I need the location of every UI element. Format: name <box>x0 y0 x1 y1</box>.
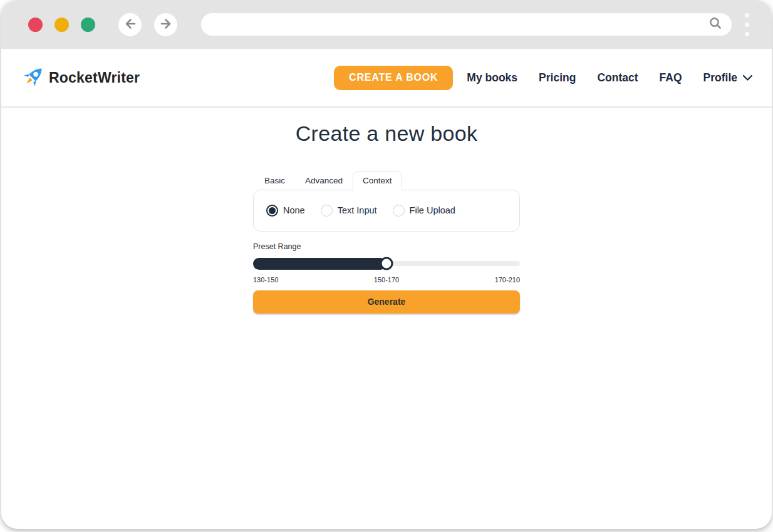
traffic-lights <box>28 18 95 32</box>
tab-advanced[interactable]: Advanced <box>295 171 353 190</box>
forward-button[interactable] <box>154 13 177 36</box>
profile-label: Profile <box>703 71 737 84</box>
radio-none-control[interactable] <box>266 205 278 217</box>
nav-item-faq[interactable]: FAQ <box>660 71 682 84</box>
radio-option-file-upload[interactable]: File Upload <box>393 205 455 217</box>
url-bar[interactable] <box>201 13 732 36</box>
browser-window: RocketWriter CREATE A BOOK My books Pric… <box>1 0 772 529</box>
chevron-down-icon <box>742 71 753 84</box>
brand-logo[interactable]: RocketWriter <box>21 64 140 91</box>
radio-none-label: None <box>283 205 305 215</box>
radio-text-input-label: Text Input <box>338 205 377 215</box>
nav-item-pricing[interactable]: Pricing <box>539 71 576 84</box>
radio-option-text-input[interactable]: Text Input <box>321 205 377 217</box>
search-icon[interactable] <box>708 16 723 33</box>
create-a-book-button[interactable]: CREATE A BOOK <box>334 66 453 90</box>
slider-fill <box>253 258 386 270</box>
forward-arrow-icon <box>158 16 174 33</box>
preset-range-section: Preset Range 130-150 150-170 170-210 <box>253 242 520 284</box>
preset-range-slider[interactable] <box>253 257 520 270</box>
zoom-window-button[interactable] <box>81 18 95 32</box>
top-nav: CREATE A BOOK My books Pricing Contact F… <box>334 66 753 90</box>
url-input[interactable] <box>212 19 708 29</box>
minimize-window-button[interactable] <box>54 18 69 32</box>
page-title: Create a new book <box>1 121 772 146</box>
radio-option-none[interactable]: None <box>266 205 305 217</box>
close-window-button[interactable] <box>28 18 43 32</box>
nav-item-contact[interactable]: Contact <box>597 71 638 84</box>
rocket-icon <box>21 64 46 91</box>
nav-item-profile[interactable]: Profile <box>703 71 753 84</box>
brand-name: RocketWriter <box>49 69 140 86</box>
back-arrow-icon <box>123 16 138 33</box>
site-header: RocketWriter CREATE A BOOK My books Pric… <box>1 49 772 108</box>
tick-label-high: 170-210 <box>495 276 520 284</box>
back-button[interactable] <box>118 13 142 36</box>
context-panel: None Text Input File Upload <box>253 190 520 232</box>
main-content: Create a new book Basic Advanced Context… <box>1 108 772 314</box>
tick-label-mid: 150-170 <box>374 276 399 284</box>
radio-file-upload-label: File Upload <box>410 205 455 215</box>
tab-bar: Basic Advanced Context <box>253 171 520 190</box>
create-book-form: Basic Advanced Context None Text Input F… <box>253 146 520 314</box>
slider-tick-labels: 130-150 150-170 170-210 <box>253 276 520 284</box>
tab-basic[interactable]: Basic <box>254 171 295 190</box>
radio-text-input-control[interactable] <box>321 205 333 217</box>
browser-menu-icon[interactable] <box>739 11 754 39</box>
slider-thumb[interactable] <box>380 257 393 270</box>
preset-range-label: Preset Range <box>253 242 520 251</box>
tab-context[interactable]: Context <box>353 171 402 190</box>
generate-button[interactable]: Generate <box>253 290 520 314</box>
nav-item-my-books[interactable]: My books <box>467 71 517 84</box>
browser-chrome <box>1 0 772 49</box>
tick-label-low: 130-150 <box>253 276 278 284</box>
radio-file-upload-control[interactable] <box>393 205 405 217</box>
